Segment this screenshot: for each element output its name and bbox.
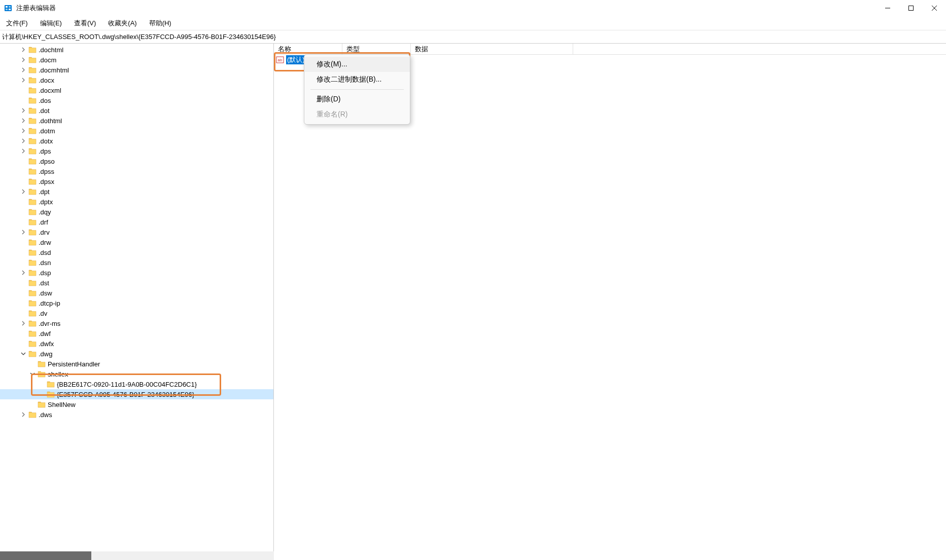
ctx-modify-binary[interactable]: 修改二进制数据(B)...	[304, 72, 410, 87]
chevron-right-icon[interactable]	[19, 188, 27, 196]
tree-item-label: .dws	[39, 411, 52, 419]
tree-item-label: .dsd	[39, 249, 51, 256]
folder-icon	[28, 137, 37, 144]
tree-item[interactable]: .dwg	[0, 349, 273, 359]
tree-item[interactable]: .docm	[0, 55, 273, 65]
tree-item[interactable]: shellex	[0, 369, 273, 379]
tree-item[interactable]: .dsp	[0, 268, 273, 278]
tree-item[interactable]: {E357FCCD-A995-4576-B01F-234630154E96}	[0, 389, 273, 399]
tree-item[interactable]: .dsw	[0, 288, 273, 298]
chevron-right-icon[interactable]	[19, 137, 27, 145]
tree-item[interactable]: .dtcp-ip	[0, 298, 273, 308]
tree-item-label: shellex	[48, 370, 68, 378]
menu-edit[interactable]: 编辑(E)	[38, 18, 64, 29]
svg-rect-3	[9, 6, 11, 8]
chevron-right-icon[interactable]	[19, 76, 27, 84]
tree-item[interactable]: .dv	[0, 308, 273, 318]
folder-icon	[28, 218, 37, 226]
col-data[interactable]: 数据	[411, 44, 573, 54]
chevron-right-icon[interactable]	[19, 269, 27, 277]
tree-item[interactable]: .dwf	[0, 328, 273, 339]
tree-item[interactable]: .dpsx	[0, 176, 273, 186]
folder-icon	[28, 350, 37, 357]
folder-icon	[47, 381, 55, 388]
tree-item[interactable]: ShellNew	[0, 399, 273, 409]
tree-item[interactable]: .dot	[0, 105, 273, 116]
col-type[interactable]: 类型	[342, 44, 411, 54]
tree-item[interactable]: .dotm	[0, 126, 273, 136]
tree-item[interactable]: .dpso	[0, 156, 273, 166]
window-controls	[876, 0, 946, 16]
tree-item[interactable]: .dochtml	[0, 45, 273, 55]
maximize-button[interactable]	[899, 0, 923, 16]
folder-icon	[28, 249, 37, 256]
menu-view[interactable]: 查看(V)	[72, 18, 98, 29]
chevron-right-icon[interactable]	[19, 147, 27, 155]
tree-item[interactable]: .dqy	[0, 207, 273, 217]
tree-item-label: .dst	[39, 279, 49, 287]
menu-help[interactable]: 帮助(H)	[147, 18, 173, 29]
tree-item[interactable]: .drv	[0, 227, 273, 237]
chevron-right-icon[interactable]	[19, 66, 27, 74]
tree-item[interactable]: .dsd	[0, 247, 273, 257]
tree-item[interactable]: .dothtml	[0, 116, 273, 126]
minimize-button[interactable]	[876, 0, 899, 16]
chevron-right-icon[interactable]	[19, 106, 27, 115]
folder-icon	[28, 320, 37, 327]
menu-favorites[interactable]: 收藏夹(A)	[106, 18, 138, 29]
ctx-delete[interactable]: 删除(D)	[304, 92, 410, 107]
tree-item[interactable]: .dvr-ms	[0, 318, 273, 328]
menu-file[interactable]: 文件(F)	[4, 18, 30, 29]
tree-item-label: .dsn	[39, 259, 51, 267]
chevron-right-icon[interactable]	[19, 127, 27, 135]
folder-icon	[28, 300, 37, 307]
tree-item-label: .dotm	[39, 127, 55, 135]
folder-icon	[28, 66, 37, 73]
tree-item[interactable]: .dpt	[0, 186, 273, 197]
tree-item[interactable]: .docxml	[0, 85, 273, 95]
horizontal-scrollbar[interactable]	[0, 551, 274, 560]
tree-item[interactable]: .dws	[0, 409, 273, 420]
folder-icon	[28, 340, 37, 347]
list-panel[interactable]: 名称 类型 数据 ab (默认) 修改(M)... 修改二进制数据(B)... …	[274, 44, 946, 560]
chevron-right-icon[interactable]	[19, 319, 27, 327]
addressbar[interactable]: 计算机\HKEY_CLASSES_ROOT\.dwg\shellex\{E357…	[0, 30, 946, 44]
tree-item-label: .dsw	[39, 289, 52, 297]
chevron-right-icon[interactable]	[19, 117, 27, 125]
tree-item[interactable]: PersistentHandler	[0, 359, 273, 369]
chevron-right-icon[interactable]	[19, 410, 27, 419]
svg-rect-2	[6, 9, 8, 10]
tree-panel[interactable]: .dochtml.docm.docmhtml.docx.docxml.dos.d…	[0, 44, 274, 560]
tree-item[interactable]: .dpss	[0, 166, 273, 176]
folder-icon	[28, 158, 37, 165]
tree-item[interactable]: {BB2E617C-0920-11d1-9A0B-00C04FC2D6C1}	[0, 379, 273, 389]
tree-item[interactable]: .dos	[0, 95, 273, 105]
col-name[interactable]: 名称	[274, 44, 342, 54]
chevron-down-icon[interactable]	[28, 370, 37, 378]
folder-icon	[28, 77, 37, 84]
ctx-modify[interactable]: 修改(M)...	[304, 57, 410, 72]
tree-item[interactable]: .dptx	[0, 197, 273, 207]
chevron-right-icon[interactable]	[19, 46, 27, 54]
tree-item[interactable]: .dwfx	[0, 339, 273, 349]
chevron-right-icon[interactable]	[19, 56, 27, 64]
tree-item[interactable]: .dsn	[0, 257, 273, 268]
folder-icon	[28, 46, 37, 53]
tree-item-label: .dqy	[39, 208, 51, 216]
chevron-down-icon[interactable]	[19, 350, 27, 358]
folder-icon	[28, 147, 37, 155]
scrollbar-thumb[interactable]	[0, 551, 91, 560]
folder-icon	[28, 208, 37, 215]
tree-item[interactable]: .drw	[0, 237, 273, 247]
tree-item[interactable]: .dps	[0, 146, 273, 156]
tree-item[interactable]: .docx	[0, 75, 273, 85]
tree-item[interactable]: .dotx	[0, 136, 273, 146]
close-button[interactable]	[923, 0, 946, 16]
svg-rect-4	[9, 9, 11, 10]
tree-item[interactable]: .drf	[0, 217, 273, 227]
value-name: (默认)	[286, 55, 306, 64]
tree-item[interactable]: .docmhtml	[0, 65, 273, 75]
tree-item[interactable]: .dst	[0, 278, 273, 288]
folder-icon	[28, 188, 37, 195]
chevron-right-icon[interactable]	[19, 228, 27, 236]
